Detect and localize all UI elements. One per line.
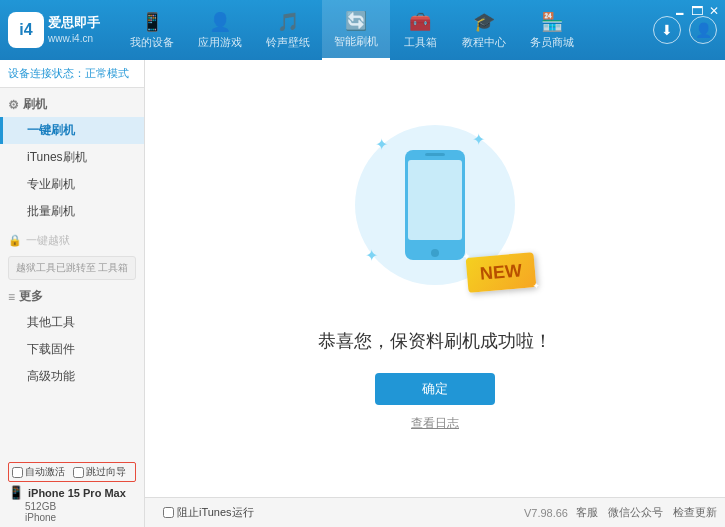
sidebar-item-advanced[interactable]: 高级功能 [0, 363, 144, 390]
tab-my-device[interactable]: 📱 我的设备 [118, 0, 186, 60]
sidebar-group-flash: ⚙ 刷机 一键刷机 iTunes刷机 专业刷机 批量刷机 [0, 92, 144, 225]
success-illustration: ✦ ✦ ✦ ✦ NEW ✦ [355, 125, 515, 285]
new-badge: ✦ NEW ✦ [466, 252, 537, 293]
svg-rect-2 [425, 153, 445, 156]
sidebar-item-download-firmware[interactable]: 下载固件 [0, 336, 144, 363]
tutorial-icon: 🎓 [473, 11, 495, 33]
main-content: ✦ ✦ ✦ ✦ NEW ✦ 恭喜您，保资料刷机成功啦！ 确定 [145, 60, 725, 497]
more-group-icon: ≡ [8, 290, 15, 304]
phone-circle: ✦ ✦ ✦ ✦ NEW ✦ [355, 125, 515, 285]
phone-illustration [400, 145, 470, 265]
tab-toolbox-label: 工具箱 [404, 35, 437, 50]
bottom-links: 客服 微信公众号 检查更新 [576, 505, 717, 520]
tab-business-label: 务员商城 [530, 35, 574, 50]
tab-ringtones-label: 铃声壁纸 [266, 35, 310, 50]
user-button[interactable]: 👤 [689, 16, 717, 44]
minimize-button[interactable]: 🗕 [673, 4, 687, 18]
toolbox-icon: 🧰 [409, 11, 431, 33]
tab-tutorial-label: 教程中心 [462, 35, 506, 50]
sidebar-group-more-header: ≡ 更多 [0, 284, 144, 309]
window-controls: 🗕 🗖 ✕ [673, 4, 721, 18]
auto-activate-label: 自动激活 [25, 465, 65, 479]
sync-label: 跳过向导 [86, 465, 126, 479]
sidebar-group-jailbreak: 🔒 一键越狱 越狱工具已跳转至 工具箱 [0, 229, 144, 280]
sparkle-icon-2: ✦ [472, 130, 485, 149]
itunes-check: 阻止iTunes运行 [163, 505, 254, 520]
flash-group-icon: ⚙ [8, 98, 19, 112]
sidebar-item-one-key-flash[interactable]: 一键刷机 [0, 117, 144, 144]
device-type: iPhone [8, 512, 136, 523]
jailbreak-disabled: 🔒 一键越狱 [0, 229, 144, 252]
auto-activate-checkbox[interactable] [12, 467, 23, 478]
logo-text-icon: i4 [19, 21, 32, 39]
tab-business[interactable]: 🏪 务员商城 [518, 0, 586, 60]
auto-activate-row: 自动激活 跳过向导 [8, 462, 136, 482]
sidebar-group-more: ≡ 更多 其他工具 下载固件 高级功能 [0, 284, 144, 390]
success-title: 恭喜您，保资料刷机成功啦！ [318, 329, 552, 353]
logo-line2: www.i4.cn [48, 32, 100, 45]
version-text: V7.98.66 [524, 507, 568, 519]
itunes-label: 阻止iTunes运行 [177, 505, 254, 520]
jailbreak-label: 一键越狱 [26, 233, 70, 248]
apps-games-icon: 👤 [209, 11, 231, 33]
sidebar-group-flash-header: ⚙ 刷机 [0, 92, 144, 117]
sidebar: 设备连接状态：正常模式 ⚙ 刷机 一键刷机 iTunes刷机 专业刷机 批量刷机… [0, 60, 145, 497]
sync-checkbox-item: 跳过向导 [73, 465, 126, 479]
logo-icon: i4 [8, 12, 44, 48]
tab-smart-flash-label: 智能刷机 [334, 34, 378, 49]
header: i4 爱思即手 www.i4.cn 📱 我的设备 👤 应用游戏 🎵 铃声壁纸 [0, 0, 725, 60]
device-name: iPhone 15 Pro Max [28, 487, 126, 499]
tab-tutorial[interactable]: 🎓 教程中心 [450, 0, 518, 60]
new-badge-text: NEW [479, 260, 523, 284]
svg-point-3 [431, 249, 439, 257]
tab-apps-games[interactable]: 👤 应用游戏 [186, 0, 254, 60]
sidebar-status: 设备连接状态：正常模式 [0, 60, 144, 88]
logo-line1: 爱思即手 [48, 15, 100, 32]
logo-area: i4 爱思即手 www.i4.cn [8, 12, 118, 48]
header-right: ⬇ 👤 [653, 16, 717, 44]
logo-text: 爱思即手 www.i4.cn [48, 15, 100, 45]
jailbreak-notice: 越狱工具已跳转至 工具箱 [8, 256, 136, 280]
view-log-link[interactable]: 查看日志 [411, 415, 459, 432]
flash-group-label: 刷机 [23, 96, 47, 113]
smart-flash-icon: 🔄 [345, 10, 367, 32]
device-section: 自动激活 跳过向导 📱 iPhone 15 Pro Max 512GB iPho… [0, 458, 145, 527]
sparkle-icon-3: ✦ [365, 246, 378, 265]
my-device-icon: 📱 [141, 11, 163, 33]
sidebar-item-other-tools[interactable]: 其他工具 [0, 309, 144, 336]
close-button[interactable]: ✕ [707, 4, 721, 18]
auto-activate-checkbox-item: 自动激活 [12, 465, 65, 479]
check-update-link[interactable]: 检查更新 [673, 505, 717, 520]
tab-my-device-label: 我的设备 [130, 35, 174, 50]
sparkle-icon-1: ✦ [375, 135, 388, 154]
download-button[interactable]: ⬇ [653, 16, 681, 44]
ringtones-icon: 🎵 [277, 11, 299, 33]
nav-tabs: 📱 我的设备 👤 应用游戏 🎵 铃声壁纸 🔄 智能刷机 🧰 工具箱 🎓 [118, 0, 645, 60]
bottom-bar: 自动激活 跳过向导 📱 iPhone 15 Pro Max 512GB iPho… [0, 497, 725, 527]
tab-ringtones[interactable]: 🎵 铃声壁纸 [254, 0, 322, 60]
sidebar-item-pro-flash[interactable]: 专业刷机 [0, 171, 144, 198]
tab-smart-flash[interactable]: 🔄 智能刷机 [322, 0, 390, 60]
bottom-right: 阻止iTunes运行 V7.98.66 客服 微信公众号 检查更新 [163, 505, 717, 520]
status-prefix: 设备连接状态： [8, 67, 85, 79]
content-area: 设备连接状态：正常模式 ⚙ 刷机 一键刷机 iTunes刷机 专业刷机 批量刷机… [0, 60, 725, 497]
device-storage: 512GB [8, 501, 136, 512]
status-value: 正常模式 [85, 67, 129, 79]
confirm-button[interactable]: 确定 [375, 373, 495, 405]
device-info: 📱 iPhone 15 Pro Max [8, 485, 136, 500]
device-phone-icon: 📱 [8, 485, 24, 500]
more-group-label: 更多 [19, 288, 43, 305]
customer-service-link[interactable]: 客服 [576, 505, 598, 520]
tab-toolbox[interactable]: 🧰 工具箱 [390, 0, 450, 60]
wechat-link[interactable]: 微信公众号 [608, 505, 663, 520]
maximize-button[interactable]: 🗖 [690, 4, 704, 18]
sync-checkbox[interactable] [73, 467, 84, 478]
business-icon: 🏪 [541, 11, 563, 33]
lock-icon: 🔒 [8, 234, 22, 247]
itunes-checkbox[interactable] [163, 507, 174, 518]
tab-apps-games-label: 应用游戏 [198, 35, 242, 50]
svg-rect-1 [408, 160, 462, 240]
sidebar-item-itunes-flash[interactable]: iTunes刷机 [0, 144, 144, 171]
sidebar-item-batch-flash[interactable]: 批量刷机 [0, 198, 144, 225]
